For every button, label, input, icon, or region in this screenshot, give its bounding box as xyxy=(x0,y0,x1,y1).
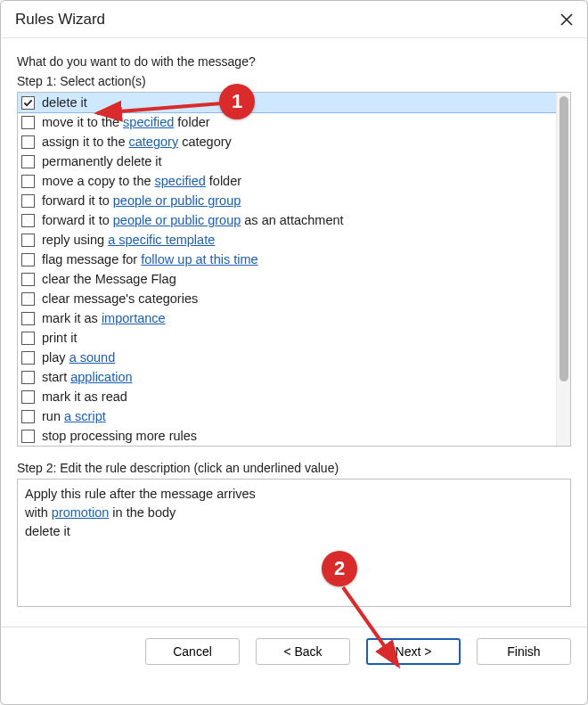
action-checkbox[interactable] xyxy=(21,175,35,188)
action-text: forward it to xyxy=(42,193,113,208)
action-link[interactable]: a sound xyxy=(69,350,116,365)
actions-listbox: delete itmove it to the specified folder… xyxy=(17,92,571,447)
desc-line-2-post: in the body xyxy=(109,505,176,520)
action-row[interactable]: clear message's categories xyxy=(18,289,556,308)
action-row[interactable]: assign it to the category category xyxy=(18,132,556,152)
action-row[interactable]: permanently delete it xyxy=(18,152,556,171)
action-row[interactable]: clear the Message Flag xyxy=(18,269,556,289)
action-link[interactable]: application xyxy=(70,370,132,384)
action-text: move it to the xyxy=(42,115,123,129)
action-checkbox[interactable] xyxy=(21,253,35,266)
action-text: permanently delete it xyxy=(42,154,162,168)
action-checkbox[interactable] xyxy=(21,292,35,306)
action-checkbox[interactable] xyxy=(21,135,35,149)
action-checkbox[interactable] xyxy=(21,155,35,168)
actions-list[interactable]: delete itmove it to the specified folder… xyxy=(18,93,556,446)
action-row[interactable]: move it to the specified folder xyxy=(18,112,556,132)
action-text: clear message's categories xyxy=(42,291,198,306)
action-label: forward it to people or public group xyxy=(42,193,552,208)
close-icon xyxy=(560,13,573,26)
action-checkbox[interactable] xyxy=(21,332,35,345)
action-text: reply using xyxy=(42,233,108,247)
action-text: folder xyxy=(206,174,241,188)
finish-button[interactable]: Finish xyxy=(477,638,571,665)
scrollbar[interactable] xyxy=(556,93,570,446)
action-row[interactable]: start application xyxy=(18,367,556,387)
titlebar: Rules Wizard xyxy=(1,1,587,38)
action-link[interactable]: follow up at this time xyxy=(141,252,257,266)
action-link[interactable]: people or public group xyxy=(113,193,241,208)
action-checkbox[interactable] xyxy=(21,234,35,247)
action-checkbox[interactable] xyxy=(21,273,35,286)
action-text: stop processing more rules xyxy=(42,429,197,443)
action-checkbox[interactable] xyxy=(21,116,35,129)
action-link[interactable]: a specific template xyxy=(108,233,215,247)
action-text: start xyxy=(42,370,70,384)
desc-line-2: with promotion in the body xyxy=(25,504,563,522)
action-text: folder xyxy=(174,115,209,129)
action-label: clear the Message Flag xyxy=(42,272,552,286)
action-label: run a script xyxy=(42,409,552,423)
action-checkbox[interactable] xyxy=(21,214,35,227)
action-label: permanently delete it xyxy=(42,154,552,168)
close-button[interactable] xyxy=(546,1,587,38)
action-text: play xyxy=(42,350,69,365)
action-label: stop processing more rules xyxy=(42,429,552,443)
action-text: flag message for xyxy=(42,252,141,266)
action-checkbox[interactable] xyxy=(21,390,35,404)
next-button[interactable]: Next > xyxy=(366,638,461,665)
action-label: assign it to the category category xyxy=(42,135,552,149)
scrollbar-thumb[interactable] xyxy=(559,96,568,381)
action-row[interactable]: forward it to people or public group xyxy=(18,191,556,210)
action-link[interactable]: importance xyxy=(102,311,166,325)
action-row[interactable]: mark it as importance xyxy=(18,308,556,328)
action-text: clear the Message Flag xyxy=(42,272,176,286)
action-row[interactable]: forward it to people or public group as … xyxy=(18,210,556,230)
action-checkbox[interactable] xyxy=(21,312,35,325)
action-text: run xyxy=(42,409,64,423)
action-label: mark it as read xyxy=(42,389,552,404)
action-text: mark it as xyxy=(42,311,102,325)
prompt-text: What do you want to do with the message? xyxy=(17,54,571,69)
back-button[interactable]: < Back xyxy=(256,638,350,665)
action-label: forward it to people or public group as … xyxy=(42,213,552,227)
action-text: mark it as read xyxy=(42,389,127,404)
action-label: clear message's categories xyxy=(42,291,552,306)
action-link[interactable]: specified xyxy=(123,115,174,129)
action-checkbox[interactable] xyxy=(21,371,35,384)
action-checkbox[interactable] xyxy=(21,96,35,110)
action-label: play a sound xyxy=(42,350,552,365)
action-label: mark it as importance xyxy=(42,311,552,325)
button-row: Cancel < Back Next > Finish xyxy=(1,627,587,679)
action-link[interactable]: people or public group xyxy=(113,213,241,227)
action-row[interactable]: move a copy to the specified folder xyxy=(18,171,556,191)
action-link[interactable]: a script xyxy=(64,409,106,423)
action-row[interactable]: run a script xyxy=(18,406,556,426)
desc-line-1: Apply this rule after the message arrive… xyxy=(25,485,563,504)
action-link[interactable]: category xyxy=(129,135,179,149)
action-row[interactable]: reply using a specific template xyxy=(18,230,556,250)
rules-wizard-window: Rules Wizard What do you want to do with… xyxy=(0,0,588,705)
action-row[interactable]: delete it xyxy=(18,93,556,112)
action-row[interactable]: stop processing more rules xyxy=(18,426,556,446)
action-checkbox[interactable] xyxy=(21,410,35,423)
action-text: print it xyxy=(42,331,78,345)
desc-link-promotion[interactable]: promotion xyxy=(52,505,109,520)
action-checkbox[interactable] xyxy=(21,351,35,365)
action-label: move a copy to the specified folder xyxy=(42,174,552,188)
action-label: start application xyxy=(42,370,552,384)
action-text: move a copy to the xyxy=(42,174,155,188)
action-row[interactable]: play a sound xyxy=(18,348,556,367)
action-row[interactable]: print it xyxy=(18,328,556,348)
action-checkbox[interactable] xyxy=(21,430,35,443)
cancel-button[interactable]: Cancel xyxy=(145,638,240,665)
action-checkbox[interactable] xyxy=(21,194,35,208)
wizard-content: What do you want to do with the message?… xyxy=(1,38,587,704)
action-link[interactable]: specified xyxy=(155,174,206,188)
action-row[interactable]: mark it as read xyxy=(18,387,556,406)
action-row[interactable]: flag message for follow up at this time xyxy=(18,250,556,269)
action-text: delete it xyxy=(42,95,87,110)
action-label: print it xyxy=(42,331,552,345)
action-label: flag message for follow up at this time xyxy=(42,252,552,266)
desc-line-2-pre: with xyxy=(25,505,52,520)
